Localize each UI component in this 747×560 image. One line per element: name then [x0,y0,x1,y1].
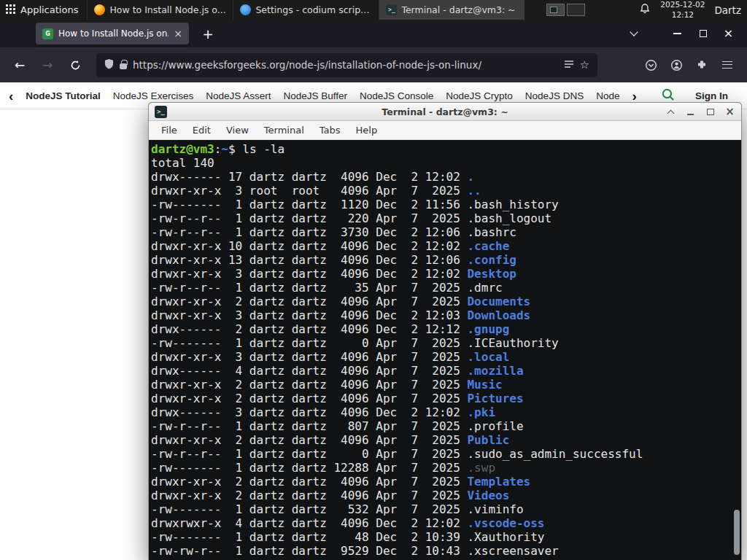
reload-button[interactable] [63,52,88,77]
terminal-output-line: drwxrwxr-x 4 dartz dartz 4096 Dec 2 12:0… [151,516,741,530]
subnav-item-dns[interactable]: NodeJS DNS [525,90,584,101]
terminal-output-line: -rw------- 1 dartz dartz 0 Apr 7 2025 .I… [151,336,741,350]
subnav-item-more[interactable]: Node [596,90,619,101]
terminal-output-line: drwxr-xr-x 2 dartz dartz 4096 Apr 7 2025… [151,489,741,502]
terminal-output-line: -rw-rw-r-- 1 dartz dartz 9529 Dec 2 10:4… [151,544,741,558]
menu-icon[interactable] [716,54,738,76]
terminal-prompt-line: dartz@vm3:~$ ls -la [151,142,741,156]
reader-view-icon[interactable] [564,59,574,71]
firefox-icon [94,4,105,15]
close-icon: × [724,28,733,39]
terminal-output-line: drwxr-xr-x 3 root root 4096 Apr 7 2025 .… [151,184,741,198]
url-bar[interactable]: https://www.geeksforgeeks.org/node-js/in… [96,53,597,77]
prompt-command: ls -la [242,142,285,156]
maximize-icon [707,109,714,115]
terminal-output-line: -rw-r--r-- 1 dartz dartz 3730 Dec 2 12:0… [151,225,741,239]
terminal-icon: >_ [386,4,397,15]
site-favicon: G [42,28,53,39]
terminal-output-line: -rw------- 1 dartz dartz 12288 Apr 7 202… [151,461,741,475]
workspace-1[interactable] [546,4,565,16]
search-icon[interactable] [661,88,675,104]
tab-bar: G How to Install Node.js on... × + × [0,20,747,47]
minimize-button[interactable] [685,106,696,117]
terminal-scrollbar-thumb[interactable] [734,510,740,555]
terminal-menubar: File Edit View Terminal Tabs Help [149,121,741,140]
prompt-user-host: dartz@vm3 [151,142,214,156]
workspace-switcher[interactable] [546,0,585,20]
url-text: https://www.geeksforgeeks.org/node-js/in… [133,59,558,71]
tab-close-icon[interactable]: × [174,28,182,39]
menu-tabs[interactable]: Tabs [320,125,341,136]
close-button[interactable]: × [716,23,741,44]
terminal-output-line: -rw------- 1 dartz dartz 1120 Dec 2 11:5… [151,198,741,211]
terminal-app-icon: >_ [155,106,167,118]
terminal-titlebar[interactable]: >_ Terminal - dartz@vm3: ~ × [149,103,741,121]
subnav-item-assert[interactable]: NodeJS Assert [206,90,271,101]
terminal-output-line: drwxr-xr-x 2 dartz dartz 4096 Apr 7 2025… [151,378,741,392]
toolbar-icons [640,54,740,76]
maximize-button[interactable] [705,106,716,117]
subnav-item-buffer[interactable]: NodeJS Buffer [283,90,347,101]
subnav-scroll-left-icon[interactable]: ‹ [9,89,13,103]
applications-menu-button[interactable]: Applications [0,0,87,20]
applications-label: Applications [20,4,78,15]
terminal-window-controls: × [665,103,735,121]
hamburger-bars [722,61,732,69]
user-menu[interactable]: Dartz [714,4,741,16]
bookmark-star-icon[interactable]: ☆ [580,58,589,71]
taskbar-item-codium[interactable]: Settings - codium script... [233,0,379,20]
menu-view[interactable]: View [226,125,249,136]
menu-terminal[interactable]: Terminal [264,125,304,136]
terminal-output-line: drwxr-xr-x 2 dartz dartz 4096 Apr 7 2025… [151,475,741,489]
clock[interactable]: 2025-12-02 12:12 [660,0,705,19]
workspace-2[interactable] [567,4,585,16]
subnav-item-exercises[interactable]: NodeJS Exercises [113,90,193,101]
chevron-down-icon [630,28,638,36]
subnav-item-console[interactable]: NodeJS Console [360,90,433,101]
terminal-content[interactable]: dartz@vm3:~$ ls -la total 140 drwx------… [149,141,741,560]
subnav-item-crypto[interactable]: NodeJS Crypto [446,90,513,101]
shade-button[interactable] [665,106,676,117]
menu-help[interactable]: Help [356,125,378,136]
forward-button[interactable]: → [35,52,60,77]
taskbar-item-firefox[interactable]: How to Install Node.js o... [87,0,233,20]
terminal-output-line: drwx------ 2 dartz dartz 4096 Dec 2 12:1… [151,322,741,336]
maximize-icon [700,30,707,37]
browser-tab[interactable]: G How to Install Node.js on... × [36,23,189,44]
minimize-button[interactable] [665,23,690,44]
account-icon[interactable] [665,54,687,76]
terminal-output-line: drwxr-xr-x 3 dartz dartz 4096 Apr 7 2025… [151,350,741,364]
list-all-tabs-button[interactable] [624,23,644,44]
subnav-scroll-right-icon[interactable]: › [632,89,636,103]
codium-icon [240,4,251,15]
terminal-output-line: drwx------ 3 dartz dartz 4096 Dec 2 12:0… [151,405,741,419]
maximize-button[interactable] [690,23,716,44]
menu-file[interactable]: File [161,125,177,136]
tabbar-right-controls: × [624,23,741,44]
subnav-right: Sign In [661,88,737,104]
tracking-protection-shield-icon[interactable] [104,58,114,71]
terminal-output-line: drwxr-xr-x 13 dartz dartz 4096 Dec 2 12:… [151,253,741,267]
terminal-output-line: drwxr-xr-x 3 dartz dartz 4096 Dec 2 12:0… [151,267,741,281]
window-controls: × [665,23,741,44]
back-button[interactable]: ← [7,52,32,77]
menu-edit[interactable]: Edit [193,125,211,136]
taskbar-item-terminal[interactable]: >_ Terminal - dartz@vm3: ~ [379,0,525,20]
subnav-item-tutorial[interactable]: NodeJS Tutorial [26,90,101,101]
taskbar-item-title: Settings - codium script... [255,4,372,15]
terminal-output-line: -rw-r--r-- 1 dartz dartz 220 Apr 7 2025 … [151,211,741,225]
terminal-output-line: drwxr-xr-x 3 dartz dartz 4096 Dec 2 12:0… [151,308,741,322]
desktop: Applications How to Install Node.js o...… [0,0,747,560]
sign-in-button[interactable]: Sign In [695,90,728,101]
terminal-output-line: -rw------- 1 dartz dartz 532 Apr 7 2025 … [151,502,741,516]
pocket-icon[interactable] [640,54,662,76]
notification-bell-icon[interactable] [639,3,651,17]
top-panel: Applications How to Install Node.js o...… [0,0,747,20]
terminal-output-line: drwx------ 17 dartz dartz 4096 Dec 2 12:… [151,170,741,184]
new-tab-button[interactable]: + [198,23,218,44]
close-button[interactable]: × [724,106,735,117]
extensions-icon[interactable] [691,54,713,76]
padlock-icon[interactable] [120,63,127,69]
panel-status-area: 2025-12-02 12:12 Dartz [639,0,747,20]
clock-date: 2025-12-02 [660,0,705,9]
